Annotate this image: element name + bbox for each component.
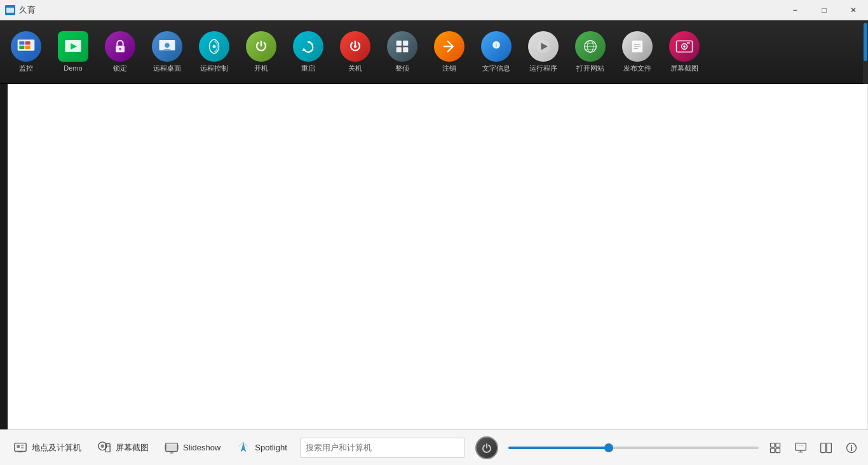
- svg-rect-40: [21, 447, 24, 448]
- search-box[interactable]: [300, 438, 465, 458]
- svg-point-12: [165, 43, 170, 48]
- svg-point-43: [101, 444, 105, 448]
- svg-rect-53: [771, 443, 775, 447]
- volume-slider-area: [508, 447, 759, 449]
- bottom-bar: 地点及计算机 屏幕截图 Slideshow: [0, 429, 868, 465]
- svg-rect-37: [15, 443, 26, 451]
- lock-label: 锁定: [113, 64, 127, 73]
- toolbar-item-restart[interactable]: 重启: [285, 22, 332, 82]
- svg-rect-4: [25, 41, 31, 45]
- screenshot-icon: [669, 31, 700, 62]
- slideshow-button[interactable]: Slideshow: [156, 436, 228, 459]
- message-label: 文字信息: [482, 64, 510, 73]
- slideshow-icon: [164, 440, 179, 455]
- svg-rect-57: [796, 443, 806, 450]
- lock-icon: [105, 31, 135, 62]
- screenshot-bottom-button[interactable]: 屏幕截图: [89, 436, 156, 459]
- remote-desktop-label: 远程桌面: [153, 64, 181, 73]
- search-input[interactable]: [306, 443, 459, 452]
- svg-rect-47: [167, 444, 177, 450]
- svg-rect-5: [19, 46, 24, 49]
- svg-rect-1: [6, 8, 14, 13]
- svg-rect-39: [21, 445, 24, 446]
- app-title: 久育: [19, 4, 36, 16]
- shutdown-icon: [340, 31, 370, 62]
- toolbar-item-screenshot[interactable]: 屏幕截图: [661, 22, 708, 82]
- remote-desktop-icon: [152, 31, 182, 62]
- spotlight-icon: [236, 440, 251, 455]
- restart-icon: [293, 31, 323, 62]
- toolbar-scrollbar-thumb: [864, 23, 867, 61]
- logout-label: 注销: [442, 64, 456, 73]
- svg-point-35: [683, 45, 686, 48]
- svg-rect-18: [397, 47, 402, 52]
- location-computer-button[interactable]: 地点及计算机: [5, 436, 89, 459]
- layout-button[interactable]: [764, 436, 787, 459]
- svg-rect-48: [165, 445, 166, 449]
- display-button[interactable]: [789, 436, 812, 459]
- screenshot-bottom-icon: [97, 440, 112, 455]
- svg-point-10: [119, 48, 121, 50]
- svg-rect-63: [827, 443, 832, 452]
- restart-label: 重启: [301, 64, 315, 73]
- sidebar-left: [0, 84, 8, 429]
- toolbar-item-remote-desktop[interactable]: 远程桌面: [144, 22, 191, 82]
- toolbar-item-lock[interactable]: 锁定: [97, 22, 144, 82]
- remote-control-label: 远程控制: [200, 64, 228, 73]
- location-computer-label: 地点及计算机: [32, 442, 81, 454]
- svg-marker-14: [302, 48, 306, 51]
- svg-rect-50: [170, 452, 173, 454]
- maximize-button[interactable]: □: [810, 0, 839, 20]
- toolbar-item-monitor[interactable]: 监控: [3, 22, 50, 82]
- svg-rect-2: [18, 39, 35, 50]
- toolbar-item-run[interactable]: 运行程序: [520, 22, 567, 82]
- bottom-right-buttons: [764, 436, 863, 459]
- volume-slider-thumb[interactable]: [604, 443, 613, 452]
- message-icon: i: [481, 31, 512, 62]
- shutdown-label: 关机: [348, 64, 362, 73]
- toolbar-item-publish[interactable]: 发布文件: [614, 22, 661, 82]
- svg-rect-41: [18, 451, 22, 452]
- toolbar-item-logout[interactable]: 注销: [426, 22, 473, 82]
- svg-point-15: [354, 45, 357, 48]
- svg-rect-62: [821, 443, 826, 452]
- spotlight-label: Spotlight: [255, 443, 287, 452]
- toolbar-item-message[interactable]: i 文字信息: [473, 22, 520, 82]
- volume-slider-fill: [508, 447, 609, 449]
- power-button[interactable]: [475, 436, 498, 459]
- split-button[interactable]: [815, 436, 837, 459]
- toolbar: 监控 Demo 锁定 远程桌面: [0, 20, 868, 84]
- info-button[interactable]: [840, 436, 863, 459]
- svg-point-66: [851, 445, 852, 446]
- toolbar-scrollbar[interactable]: [863, 20, 868, 84]
- title-bar: 久育 − □ ✕: [0, 0, 868, 20]
- monitor-label: 监控: [19, 64, 33, 73]
- toolbar-item-demo[interactable]: Demo: [50, 22, 97, 82]
- toolbar-item-shutdown[interactable]: 关机: [332, 22, 379, 82]
- toolbar-item-power-on[interactable]: 开机: [238, 22, 285, 82]
- arrange-icon: [387, 31, 417, 62]
- svg-rect-36: [687, 42, 690, 44]
- close-button[interactable]: ✕: [839, 0, 868, 20]
- app-icon: [5, 5, 15, 15]
- main-content: [0, 84, 868, 429]
- svg-rect-55: [771, 448, 775, 452]
- svg-rect-6: [25, 46, 31, 49]
- volume-slider-track[interactable]: [508, 447, 759, 449]
- svg-rect-56: [776, 448, 780, 452]
- svg-rect-49: [177, 445, 179, 449]
- toolbar-item-open-web[interactable]: 打开网站: [567, 22, 614, 82]
- svg-rect-16: [397, 41, 402, 46]
- screenshot-label: 屏幕截图: [670, 64, 698, 73]
- run-icon: [528, 31, 559, 62]
- open-web-icon: [575, 31, 606, 62]
- toolbar-item-remote-control[interactable]: 远程控制: [191, 22, 238, 82]
- toolbar-item-arrange[interactable]: 整侦: [379, 22, 426, 82]
- remote-control-icon: [199, 31, 229, 62]
- demo-icon: [58, 31, 88, 62]
- logout-icon: [434, 31, 465, 62]
- minimize-button[interactable]: −: [780, 0, 810, 20]
- spotlight-button[interactable]: Spotlight: [228, 436, 295, 459]
- svg-text:i: i: [496, 42, 497, 48]
- svg-rect-54: [776, 443, 780, 447]
